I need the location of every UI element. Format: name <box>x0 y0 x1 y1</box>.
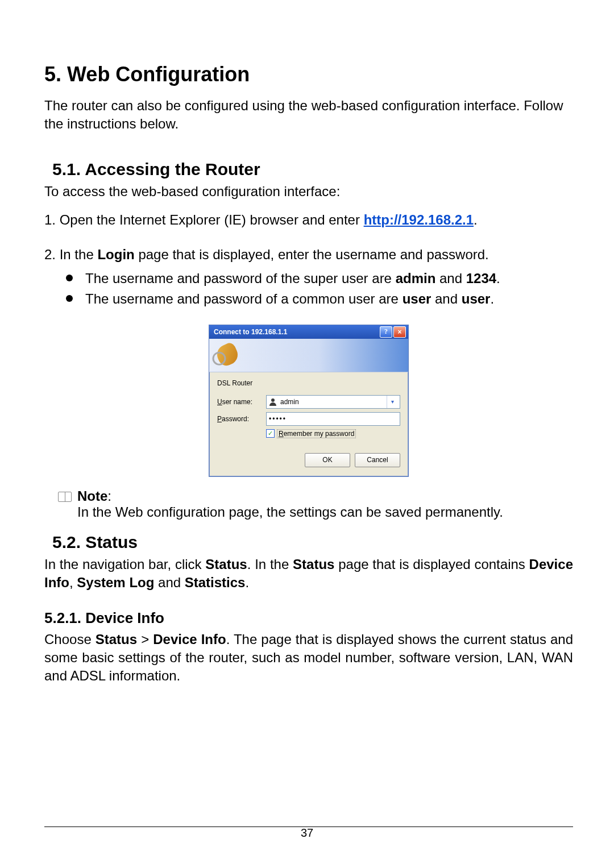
dialog-banner <box>209 339 408 372</box>
password-field[interactable]: ••••• <box>266 412 400 426</box>
username-label: User name: <box>217 398 266 406</box>
cancel-button[interactable]: Cancel <box>355 453 400 467</box>
username-field[interactable]: admin ▾ <box>266 395 400 409</box>
dialog-titlebar: Connect to 192.168.1.1 ? × <box>209 325 408 339</box>
password-label: Password: <box>217 415 266 423</box>
s51-lead: To access the web-based configuration in… <box>44 182 573 201</box>
keys-icon <box>214 341 241 368</box>
ok-button[interactable]: OK <box>305 453 350 467</box>
help-button[interactable]: ? <box>380 326 392 338</box>
subsection-5-1: 5.1. Accessing the Router <box>52 160 573 179</box>
close-button[interactable]: × <box>393 326 406 338</box>
dialog-title: Connect to 192.168.1.1 <box>214 328 287 336</box>
bullet-commonuser: The username and password of a common us… <box>66 290 573 308</box>
s52-text: In the navigation bar, click Status. In … <box>44 555 573 592</box>
chevron-down-icon[interactable]: ▾ <box>387 396 397 408</box>
footer-rule <box>44 827 573 827</box>
book-icon <box>58 492 72 502</box>
step-2: 2. In the Login page that is displayed, … <box>44 246 573 264</box>
subsection-5-2: 5.2. Status <box>52 533 573 552</box>
bullet-superuser: The username and password of the super u… <box>66 269 573 288</box>
checkbox-icon: ✓ <box>266 429 275 438</box>
page-number: 37 <box>0 827 614 840</box>
step-1: 1. Open the Internet Explorer (IE) brows… <box>44 211 573 229</box>
login-dialog: Connect to 192.168.1.1 ? × DSL Router Us… <box>209 325 409 477</box>
person-icon <box>269 398 277 406</box>
note-text: In the Web configuration page, the setti… <box>77 504 503 520</box>
section-heading: 5. Web Configuration <box>44 63 573 86</box>
router-url-link[interactable]: http://192.168.2.1 <box>364 212 474 227</box>
dialog-header: DSL Router <box>217 379 400 387</box>
intro-text: The router can also be configured using … <box>44 97 573 134</box>
username-value: admin <box>280 398 387 406</box>
s521-text: Choose Status > Device Info. The page th… <box>44 630 573 686</box>
subsection-5-2-1: 5.2.1. Device Info <box>44 609 573 627</box>
remember-password-checkbox[interactable]: ✓ Remember my password <box>266 429 400 438</box>
password-value: ••••• <box>269 415 287 423</box>
note-block: Note: In the Web configuration page, the… <box>58 488 573 520</box>
svg-point-0 <box>271 398 275 402</box>
